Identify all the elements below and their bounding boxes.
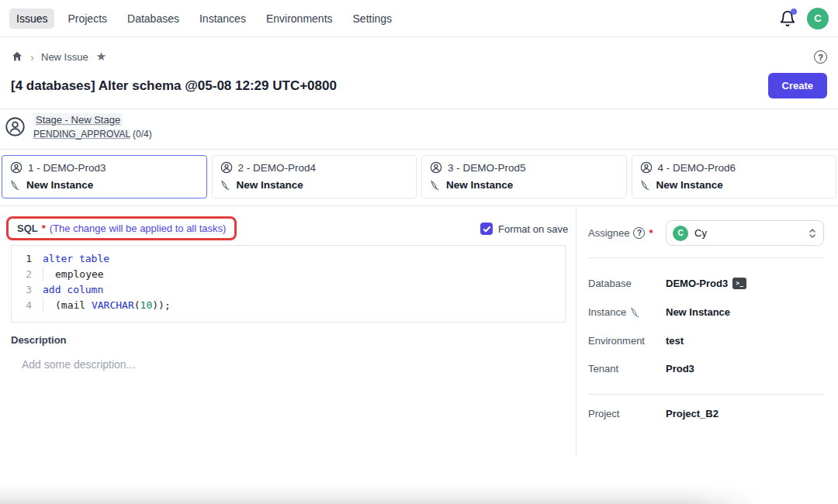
line-number: 2 <box>12 267 43 282</box>
format-on-save-label: Format on save <box>498 223 568 235</box>
help-icon[interactable]: ? <box>814 50 827 64</box>
bottom-overlay-shadow <box>0 485 762 504</box>
nav-item-instances[interactable]: Instances <box>192 9 253 29</box>
task-card-1[interactable]: 1 - DEMO-Prod3 New Instance <box>2 155 207 198</box>
project-value[interactable]: Project_B2 <box>666 408 719 419</box>
assignee-row: Assignee ? * C Cy <box>588 220 824 246</box>
tenant-value: Prod3 <box>666 363 694 375</box>
page-title: [4 databases] Alter schema @05-08 12:29 … <box>11 73 337 94</box>
approver-icon <box>10 161 23 174</box>
approver-icon <box>5 116 26 137</box>
db-engine-icon <box>630 307 641 318</box>
nav-item-settings[interactable]: Settings <box>346 9 400 29</box>
nav-item-environments[interactable]: Environments <box>259 9 340 29</box>
database-value[interactable]: DEMO-Prod3 <box>666 278 728 289</box>
stage-texts: Stage - New Stage PENDING_APPROVAL (0/4) <box>33 113 152 140</box>
database-label: Database <box>588 278 632 289</box>
title-row: [4 databases] Alter schema @05-08 12:29 … <box>11 73 827 98</box>
home-icon[interactable] <box>11 50 23 63</box>
project-row: Project Project_B2 <box>588 408 824 419</box>
instance-row: Instance New Instance <box>588 306 824 318</box>
editor-line[interactable]: 2employee <box>12 267 565 282</box>
chevron-up-down-icon <box>808 227 817 240</box>
editor-line[interactable]: 3add column <box>12 282 565 298</box>
create-button[interactable]: Create <box>768 73 827 98</box>
description-input[interactable]: Add some description... <box>22 358 135 371</box>
task-card-3[interactable]: 3 - DEMO-Prod5 New Instance <box>421 155 627 198</box>
assignee-select[interactable]: C Cy <box>666 220 824 246</box>
task-card-4[interactable]: 4 - DEMO-Prod6 New Instance <box>632 155 837 198</box>
db-engine-icon <box>640 180 651 191</box>
task-card-label: 3 - DEMO-Prod5 <box>448 162 526 174</box>
db-engine-icon <box>10 180 21 191</box>
task-card-instance: New Instance <box>26 179 93 191</box>
task-card-list: 1 - DEMO-Prod3 New Instance 2 - DEMO-Pro… <box>2 155 836 198</box>
sql-required-mark: * <box>42 223 46 234</box>
notification-badge-dot <box>791 9 797 15</box>
sql-token: VARCHAR <box>92 299 134 311</box>
nav-item-projects[interactable]: Projects <box>61 9 114 29</box>
task-card-2[interactable]: 2 - DEMO-Prod4 New Instance <box>212 155 417 198</box>
divider <box>588 394 824 395</box>
format-on-save-toggle[interactable]: Format on save <box>480 223 568 235</box>
indent-guide <box>43 267 55 281</box>
tenant-row: Tenant Prod3 <box>588 363 824 375</box>
task-card-instance: New Instance <box>656 179 723 191</box>
help-button-wrap: ? <box>814 50 827 64</box>
task-card-instance: New Instance <box>237 179 303 191</box>
instance-label: Instance <box>588 306 626 318</box>
divider <box>0 149 838 150</box>
nav-item-databases[interactable]: Databases <box>120 9 186 29</box>
environment-row: Environment test <box>588 335 824 347</box>
indent-guide <box>43 298 55 312</box>
db-engine-icon <box>430 180 441 191</box>
top-navigation: Issues Projects Databases Instances Envi… <box>0 0 838 37</box>
user-avatar[interactable]: C <box>807 8 829 29</box>
environment-label: Environment <box>588 335 645 347</box>
stage-progress: (0/4) <box>133 129 152 140</box>
sql-hint: (The change will be applied to all tasks… <box>50 223 227 234</box>
assignee-required-mark: * <box>649 227 653 239</box>
stage-status-line: PENDING_APPROVAL (0/4) <box>33 129 152 140</box>
db-engine-icon <box>220 180 231 191</box>
approver-icon <box>220 161 233 174</box>
description-label: Description <box>11 334 67 346</box>
sql-token: ( <box>134 299 140 311</box>
topnav-right: C <box>779 8 829 29</box>
line-number: 4 <box>12 298 43 313</box>
stage-name-link[interactable]: Stage - New Stage <box>33 113 123 126</box>
divider <box>0 109 838 109</box>
line-number: 3 <box>12 282 43 298</box>
sql-token: (mail <box>55 299 92 311</box>
approver-icon <box>640 161 653 174</box>
terminal-icon[interactable]: >_ <box>732 278 746 289</box>
assignee-help-icon[interactable]: ? <box>633 227 645 239</box>
database-row: Database DEMO-Prod3 >_ <box>588 278 824 289</box>
stage-status-link[interactable]: PENDING_APPROVAL <box>33 129 130 140</box>
divider <box>588 257 824 258</box>
sql-label-annotation: SQL* (The change will be applied to all … <box>6 216 237 240</box>
sql-token: alter table <box>43 253 109 264</box>
sql-token: employee <box>55 268 104 280</box>
sql-token: add column <box>43 284 103 295</box>
sql-token: 10 <box>140 299 153 311</box>
divider <box>576 206 577 456</box>
instance-value: New Instance <box>666 306 730 318</box>
editor-line[interactable]: 4(mail VARCHAR(10)); <box>12 298 565 313</box>
editor-line[interactable]: 1alter table <box>12 251 565 267</box>
nav-item-issues[interactable]: Issues <box>9 9 54 29</box>
notification-bell-icon[interactable] <box>779 10 796 27</box>
approver-icon <box>430 161 442 174</box>
sql-editor[interactable]: 1alter table 2employee 3add column 4(mai… <box>11 245 566 323</box>
bytebase-new-issue-page: Issues Projects Databases Instances Envi… <box>0 0 838 504</box>
environment-value: test <box>666 335 684 347</box>
breadcrumb-page-label: New Issue <box>41 51 88 63</box>
task-card-label: 2 - DEMO-Prod4 <box>238 162 317 174</box>
task-card-label: 1 - DEMO-Prod3 <box>28 162 106 174</box>
breadcrumb: › New Issue ★ ? <box>0 37 838 76</box>
assignee-label: Assignee <box>588 227 629 239</box>
format-on-save-checkbox[interactable] <box>480 223 493 235</box>
divider <box>0 205 838 206</box>
breadcrumb-separator: › <box>30 50 34 64</box>
favorite-star-icon[interactable]: ★ <box>96 50 106 64</box>
